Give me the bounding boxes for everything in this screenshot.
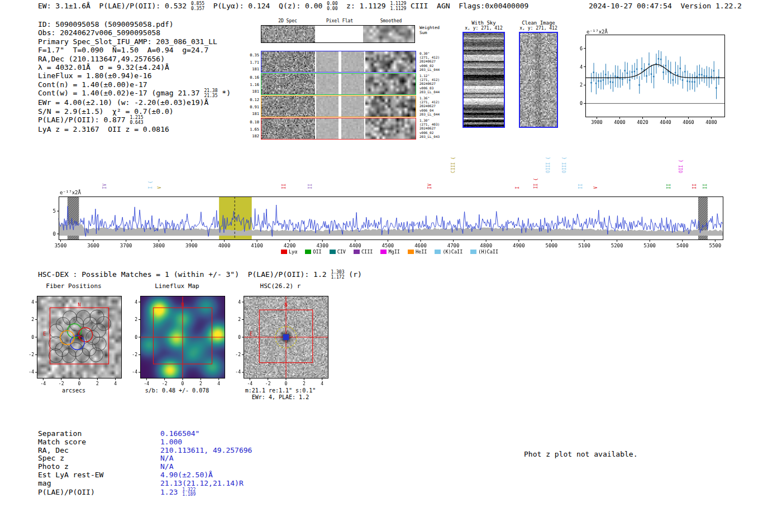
- spec2d-row: 0.161.161811.12"(271, 412)20240627v006_0…: [247, 73, 444, 95]
- stat-value: 0.16: [247, 74, 259, 82]
- hi-lo-range: 21.3821.35: [204, 89, 217, 98]
- hsc-match-heading: HSC-DEX : Possible Matches = 1 (within +…: [38, 270, 362, 280]
- lo-value: 21.35: [204, 94, 217, 99]
- match-field-value: 1.000: [160, 438, 182, 447]
- legend-swatch: [435, 250, 441, 254]
- legend-item: Lyα: [281, 249, 297, 255]
- text-segment: RA,Dec (210.113647,49.257656): [38, 55, 165, 63]
- legend-item: (K)CaII: [435, 249, 462, 255]
- meta-line: 1.36": [419, 96, 440, 100]
- col-title-smoothed: Smoothed: [380, 18, 402, 23]
- meta-line: 20240627: [419, 104, 440, 108]
- 2dspec-image: [261, 51, 315, 72]
- text-segment: S/N = 2.9(±1.5) χ² = 0.7(±0.0): [38, 107, 174, 116]
- match-field-value: 210.113611, 49.257696: [160, 447, 252, 455]
- match-table-row: mag21.13(21.12,21.14)R: [38, 480, 252, 488]
- 2dspec-image: [261, 96, 315, 117]
- weighted-sum-2dspec-image: [261, 26, 315, 42]
- legend-item: HeII: [408, 249, 427, 255]
- fiber-positions-title: Fiber Positions: [22, 282, 125, 293]
- withsky-panel: With Sky x, y: 271, 412: [461, 20, 506, 128]
- match-field-value: N/A: [160, 454, 173, 463]
- legend-item: CIV: [330, 249, 346, 255]
- stat-value: 182: [247, 133, 259, 140]
- smoothed-image: [365, 118, 416, 139]
- info-line: Obs: 20240627v006_5090095058: [38, 28, 231, 37]
- legend-item: MgII: [380, 249, 399, 255]
- spacer: [672, 2, 681, 10]
- text-segment: LyA z = 2.3167 OII z = 0.0816: [38, 125, 169, 133]
- spec2d-row-meta: 1.12"(271, 412)20240627v006_03203_LL_044: [419, 74, 440, 94]
- text-segment: Cont(n) = 1.40(±0.00)e-17: [38, 80, 147, 89]
- info-line: LineFlux = 1.80(±0.94)e-16: [38, 71, 231, 80]
- spec2d-row-meta: 1.36"(271, 412)20240627v006_04203_LL_044: [419, 96, 440, 116]
- legend-swatch: [330, 250, 336, 254]
- spectrum-legend: LyαOIICIVCIIIMgIIHeII(K)CaII(H)CaII: [47, 249, 732, 255]
- spec2d-panel: 2D Spec Pixel Flat Smoothed Weighted Sum…: [247, 18, 444, 147]
- hsc-xlabel-2: EWr: 4, PLAE: 1.2: [229, 394, 332, 401]
- lineflux-map-cutout: [126, 293, 228, 387]
- hi-lo-range: 1.3221.189: [182, 488, 196, 497]
- info-line: Cont(n) = 1.40(±0.00)e-17: [38, 80, 231, 89]
- match-table-row: RA, Dec210.113611, 49.257696: [38, 447, 252, 455]
- legend-item: CIII: [354, 249, 373, 255]
- withsky-title: With Sky: [461, 20, 506, 26]
- info-line: LyA z = 2.3167 OII z = 0.0816: [38, 125, 231, 133]
- stat-value: 1.16: [247, 82, 259, 89]
- match-field-label: Photo z: [38, 463, 160, 471]
- meta-line: 0.30": [419, 51, 440, 55]
- meta-line: v006_03: [419, 86, 440, 90]
- stat-value: 0.91: [247, 104, 259, 111]
- meta-line: v006_02: [419, 64, 440, 68]
- hi-lo-range: 0.000.00: [327, 2, 337, 11]
- meta-line: 203_LL_044: [419, 90, 440, 94]
- spec2d-row-meta: 0.30"(271, 412)20240627v006_02203_LL_044: [419, 51, 440, 71]
- legend-label: (K)CaII: [442, 249, 462, 255]
- meta-line: 20240627: [419, 126, 440, 130]
- lo-value: 1.1129: [390, 7, 406, 12]
- match-table-row: Match score1.000: [38, 438, 252, 447]
- withsky-coords: x, y: 271, 412: [461, 26, 506, 31]
- clean-title: Clean Image: [516, 20, 561, 26]
- zoomed-emission-line-plot: [574, 28, 731, 127]
- 2dspec-image: [261, 74, 315, 94]
- legend-swatch: [408, 250, 414, 254]
- lo-value: 0.357: [191, 7, 204, 12]
- info-line: ID: 5090095058 (5090095058.pdf): [38, 20, 231, 28]
- hsc-cutout-title: HSC(26.2) r: [229, 282, 332, 293]
- text-segment: F=1.7" T=0.090 N̄=1.50 A=0.94 g=24.7: [38, 46, 208, 54]
- clean-coords: x, y: 271, 412: [516, 26, 561, 31]
- info-line: Cont(w) = 1.40(±0.02)e-17 (gmag 21.37 21…: [38, 89, 231, 98]
- hsc-cutout-panel: HSC(26.2) r m:21.1 re:1.1" s:0.1" EWr: 4…: [229, 282, 332, 401]
- summary-header-line: EW: 3.1±1.6Å P(LAE)/P(OII): 0.532 0.8550…: [38, 2, 528, 11]
- match-field-value: N/A: [160, 463, 173, 471]
- spec2d-row-images: [261, 73, 416, 95]
- text-segment: P(LAE)/P(OII): 0.877: [38, 116, 130, 124]
- match-field-value: 1.23: [160, 488, 182, 497]
- legend-label: CIII: [361, 249, 373, 255]
- emission-line-label: OII {: [679, 160, 684, 173]
- legend-item: (H)CaII: [470, 249, 498, 255]
- withsky-image: [462, 32, 505, 128]
- text-segment: EWr = 4.00(±2.10) (w: -2.20(±0.03)e19)Å: [38, 98, 208, 107]
- info-line: P(LAE)/P(OII): 0.877 1.2150.643: [38, 116, 231, 125]
- match-table-row: Photo zN/A: [38, 463, 252, 471]
- hsc-xlabel-1: m:21.1 re:1.1" s:0.1": [229, 387, 332, 394]
- info-line: S/N = 2.9(±1.5) χ² = 0.7(±0.0): [38, 107, 231, 116]
- match-field-label: Spec z: [38, 454, 160, 463]
- spec2d-row-stats: 0.351.71181: [247, 52, 259, 73]
- clean-image-panel: Clean Image x, y: 271, 412: [516, 20, 561, 128]
- legend-label: MgII: [388, 249, 399, 255]
- match-field-label: Est LyA rest-EW: [38, 471, 160, 480]
- weighted-sum-smoothed-image: [363, 26, 414, 42]
- pixel-flat-image: [316, 96, 364, 117]
- meta-line: 203_LL_044: [419, 68, 440, 71]
- emission-line-label: OIII {: [562, 157, 567, 173]
- text-segment: λ = 4032.01Å σ = 9.32(±4.24)Å: [38, 63, 169, 71]
- text-segment: *): [218, 89, 231, 97]
- text-segment: ID: 5090095058 (5090095058.pdf): [38, 20, 174, 28]
- text-segment: HSC-DEX : Possible Matches = 1 (within +…: [38, 270, 331, 279]
- match-table-row: P(LAE)/P(OII)1.23 1.3221.189: [38, 488, 252, 497]
- text-segment: LineFlux = 1.80(±0.94)e-16: [38, 71, 152, 80]
- legend-label: Lyα: [289, 249, 297, 255]
